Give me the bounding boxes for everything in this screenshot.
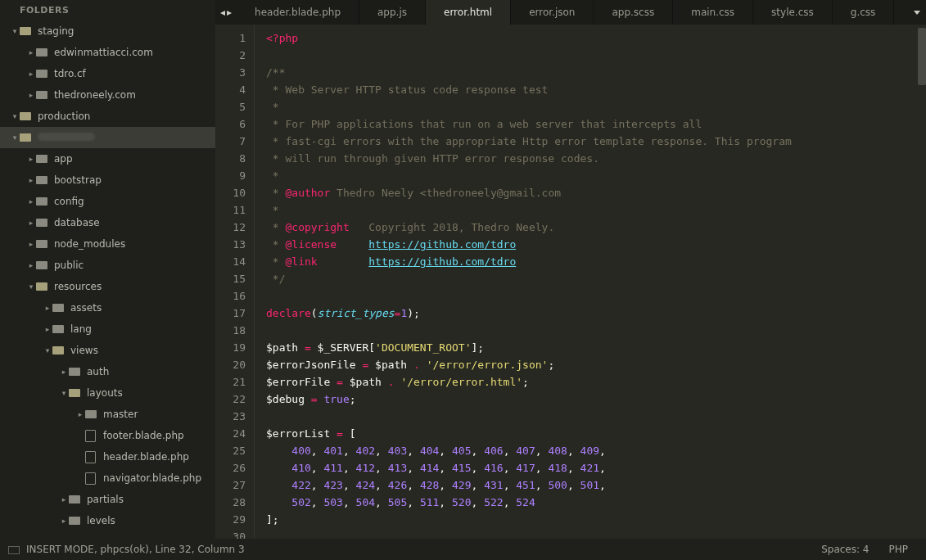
folder-row[interactable]: ▾staging [0,20,215,42]
tab-next-icon[interactable]: ▸ [227,7,232,18]
line-number: 4 [215,81,246,98]
disclosure-icon: ▸ [26,261,36,269]
code-line: declare(strict_types=1); [266,305,926,322]
folder-row[interactable]: ▸node_modules [0,233,215,255]
disclosure-icon: ▸ [26,91,36,99]
folder-icon [69,515,82,526]
line-number: 12 [215,219,246,236]
code-line: * For PHP applications that run on a web… [266,115,926,133]
tab[interactable]: error.html [426,0,511,25]
status-indent[interactable]: Spaces: 4 [811,544,879,555]
tree-item-label: layouts [87,387,123,399]
folder-icon [52,302,65,314]
folder-icon [36,174,49,186]
folder-row[interactable]: ▸public [0,255,215,276]
file-row[interactable]: navigator.blade.php [0,467,215,489]
folder-icon [52,345,65,356]
folder-row[interactable]: ▾resources [0,276,215,297]
panel-toggle-icon[interactable] [8,546,20,554]
folder-row[interactable]: ▾layouts [0,382,215,404]
line-number-gutter: 1234567891011121314151617181920212223242… [215,25,255,539]
tree-item-label: app [54,153,73,165]
line-number: 1 [215,29,246,47]
code-line: * [266,98,926,115]
tab-label: error.html [444,7,492,18]
folder-row[interactable]: ▸partials [0,489,215,510]
tree-item-label: thedroneely.com [54,89,136,101]
folder-row[interactable]: ▸app [0,148,215,169]
tree-item-label: production [38,111,90,122]
tree-item-label: resources [54,281,102,292]
line-number: 27 [215,476,246,494]
code-line: * @link https://github.com/tdro [266,253,926,270]
tree-item-label: staging [38,25,74,37]
folder-row[interactable]: ▸database [0,212,215,233]
folder-row[interactable]: ▸edwinmattiacci.com [0,42,215,63]
line-number: 14 [215,253,246,270]
tab[interactable]: style.css [753,0,833,25]
folder-icon [52,323,65,335]
tree-item-label: node_modules [54,238,125,250]
file-row[interactable]: footer.blade.php [0,425,215,446]
disclosure-icon: ▸ [26,176,36,184]
line-number: 22 [215,391,246,408]
status-left: INSERT MODE, phpcs(ok), Line 32, Column … [26,544,245,555]
tree-item-label: bootstrap [54,174,102,186]
folder-icon [36,89,49,101]
file-icon [85,451,98,463]
code-line: $errorFile = $path . '/error/error.html'… [266,373,926,391]
line-number: 20 [215,356,246,373]
folder-icon [36,281,49,292]
tab-prev-icon[interactable]: ◂ [220,7,225,18]
tab[interactable]: header.blade.php [237,0,359,25]
disclosure-icon: ▾ [10,133,20,142]
folder-row[interactable]: ▸assets [0,297,215,318]
folder-row[interactable]: ▾production [0,106,215,127]
folder-row[interactable]: ▸bootstrap [0,169,215,191]
tree-item-label: database [54,217,100,228]
sidebar: FOLDERS ▾staging▸edwinmattiacci.com▸tdro… [0,0,215,539]
status-language[interactable]: PHP [879,544,919,555]
tab[interactable]: app.scss [594,0,673,25]
code-line: /** [266,64,926,81]
tree-item-label: public [54,260,84,271]
folder-row[interactable]: ▾ [0,127,215,148]
folder-icon [20,111,33,122]
line-number: 8 [215,150,246,167]
folder-row[interactable]: ▸levels [0,510,215,531]
folder-row[interactable]: ▸lang [0,318,215,340]
disclosure-icon: ▸ [43,325,52,333]
tab[interactable]: main.css [673,0,753,25]
folder-row[interactable]: ▸thedroneely.com [0,84,215,106]
code-area[interactable]: 1234567891011121314151617181920212223242… [215,25,926,539]
disclosure-icon: ▾ [43,346,52,355]
line-number: 23 [215,408,246,425]
disclosure-icon: ▸ [75,410,85,418]
tab-overflow-button[interactable] [908,0,926,25]
code-line [266,47,926,64]
tab[interactable]: g.css [833,0,895,25]
disclosure-icon: ▸ [26,155,36,163]
folder-row[interactable]: ▾views [0,340,215,361]
tab[interactable]: error.json [511,0,594,25]
folder-row[interactable]: ▸auth [0,361,215,382]
tab[interactable]: app.js [359,0,426,25]
folder-row[interactable]: ▸config [0,191,215,212]
tree-item-label: partials [87,494,124,505]
folder-icon [36,260,49,271]
code-text[interactable]: <?php /** * Web Server HTTP status code … [255,25,926,539]
file-row[interactable]: header.blade.php [0,446,215,467]
tab-label: header.blade.php [255,7,341,18]
folder-row[interactable]: ▸tdro.cf [0,63,215,84]
line-number: 13 [215,236,246,253]
folder-icon [69,494,82,505]
tree-item-label: master [103,409,138,420]
folder-row[interactable]: ▸master [0,404,215,425]
status-bar: INSERT MODE, phpcs(ok), Line 32, Column … [0,539,926,560]
tab-bar: ◂ ▸ header.blade.phpapp.jserror.htmlerro… [215,0,926,25]
folder-icon [36,238,49,250]
line-number: 28 [215,494,246,511]
folder-icon [69,387,82,399]
folder-icon [36,196,49,207]
vertical-scrollbar[interactable] [918,28,926,85]
